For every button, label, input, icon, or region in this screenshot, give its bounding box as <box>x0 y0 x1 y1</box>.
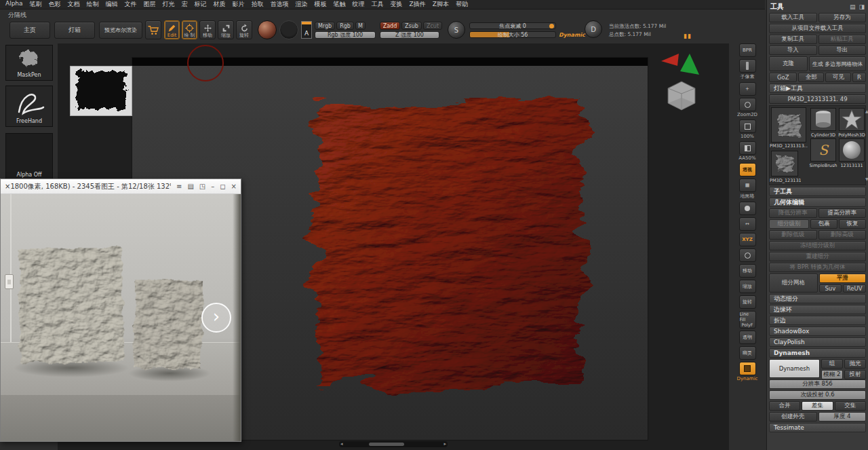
viewer-titlebar[interactable]: ×1800像素, 168KB) - 2345看图王 - 第12/18张 132%… <box>1 179 241 194</box>
preview-boolean-button[interactable]: 预览布尔渲染 <box>99 22 142 39</box>
spix-slider[interactable]: 子像素 <box>739 59 756 80</box>
reconstruct-subdiv-button[interactable]: 重建细分 <box>769 252 866 261</box>
intersection-button[interactable]: 交集 <box>835 401 866 411</box>
canvas-scrollbar[interactable]: ◂ ▸ <box>339 441 448 447</box>
simplebrush-thumbnail[interactable]: S <box>810 138 836 162</box>
scroll-document-button[interactable]: + <box>739 82 756 96</box>
rotate-button[interactable]: 旋转 <box>236 20 252 39</box>
menu-item[interactable]: 笔刷 <box>30 0 42 9</box>
dynamesh-section[interactable]: Dynamesh <box>769 348 866 358</box>
rotate-mode-button[interactable]: 旋转 <box>739 295 756 309</box>
menu-item[interactable]: 变换 <box>391 0 403 9</box>
dynamic-mode-label[interactable]: Dynamic <box>559 32 585 38</box>
menu-item[interactable]: Z脚本 <box>433 0 449 9</box>
polyframe-button[interactable]: Line FillPolyF <box>739 311 756 329</box>
save-as-button[interactable]: 另存为 <box>818 13 867 22</box>
paste-tool-button[interactable]: 粘贴工具 <box>818 35 867 44</box>
mrgb-button[interactable]: Mrgb <box>315 22 335 30</box>
convert-bpr-button[interactable]: 将 BPR 转换为几何体 <box>769 263 866 272</box>
local-transform-toggle[interactable] <box>739 202 756 215</box>
zoom2d-button[interactable]: Zoom2D <box>737 98 757 117</box>
minimize-button[interactable]: – <box>211 179 214 194</box>
ghost-toggle[interactable]: 幽灵 <box>739 346 756 360</box>
active-tool-thumbnail[interactable] <box>771 107 806 143</box>
menu-item[interactable]: 模板 <box>315 0 327 9</box>
menu-item[interactable]: 渲染 <box>296 0 308 9</box>
menu-item[interactable]: 笔触 <box>334 0 346 9</box>
dynamic-perspective-button[interactable]: Dynamic <box>737 362 758 381</box>
dynamic-size-button[interactable]: D <box>585 20 602 38</box>
alpha-off-slot[interactable]: Alpha Off <box>5 133 53 181</box>
claypolish-section[interactable]: ClayPolish <box>769 337 866 347</box>
aahalf-button[interactable]: AA50% <box>738 141 755 161</box>
export-button[interactable]: 导出 <box>818 45 867 55</box>
menu-item[interactable]: 灯光 <box>163 0 175 9</box>
dynamesh-group-button[interactable]: 组 <box>821 359 843 369</box>
tool-palette-header[interactable]: 工具 ▤ ◨ <box>769 1 866 12</box>
floor-grid-toggle[interactable]: ▦地面格 <box>739 179 756 200</box>
close-button[interactable]: × <box>231 179 237 194</box>
actual-size-button[interactable]: 100% <box>739 119 756 139</box>
stroke-thumbnail[interactable] <box>279 20 298 39</box>
pause-icon[interactable]: ▮▮ <box>684 33 692 39</box>
menu-item[interactable]: 宏 <box>182 0 188 9</box>
restore-button[interactable]: 恢复 <box>839 219 866 229</box>
cylinder3d-thumbnail[interactable] <box>810 108 836 131</box>
menu-item[interactable]: Alpha <box>5 0 23 9</box>
rgb-intensity-slider[interactable]: Rgb 强度 100 <box>315 31 376 39</box>
shadowbox-section[interactable]: ShadowBox <box>769 326 866 336</box>
zadd-button[interactable]: Zadd <box>380 22 400 30</box>
lightbox-button[interactable]: 灯箱 <box>54 22 95 39</box>
thumbs-scroll-down-icon[interactable]: ▼ <box>865 176 868 181</box>
move-button[interactable]: 移动 <box>199 20 216 39</box>
goz-r-button[interactable]: R <box>852 73 866 82</box>
menu-item[interactable]: 工具 <box>372 0 384 9</box>
dynamic-subdiv-section[interactable]: 动态细分 <box>769 294 866 303</box>
clone-button[interactable]: 克隆 <box>769 56 808 71</box>
create-shell-button[interactable]: 创建外壳 <box>769 412 817 421</box>
next-image-button[interactable]: › <box>201 303 231 333</box>
difference-button[interactable]: 差集 <box>802 401 833 411</box>
resolution-slider[interactable]: 分辨率 856 <box>769 379 866 389</box>
scrollbar-thumb[interactable] <box>369 443 404 446</box>
cage-button[interactable]: 包裹 <box>810 219 837 229</box>
polymesh3d-thumbnail[interactable] <box>839 108 865 131</box>
panel-doc-icon[interactable]: ▤ <box>850 3 856 10</box>
higher-res-button[interactable]: 提高分辨率 <box>818 208 867 218</box>
previous-tool-thumbnail[interactable] <box>771 151 798 176</box>
perspective-toggle[interactable]: 透视 <box>739 163 756 176</box>
scroll-left-icon[interactable]: ◂ <box>340 441 343 447</box>
sphere3d-thumbnail[interactable] <box>839 138 865 162</box>
tessimate-section[interactable]: Tessimate <box>769 423 866 432</box>
reuv-button[interactable]: ReUV <box>843 284 866 293</box>
goz-visible-button[interactable]: 可见 <box>825 73 851 82</box>
edit-button[interactable]: Edit <box>164 20 180 39</box>
dynamesh-button[interactable]: Dynamesh <box>769 359 820 378</box>
menu-item[interactable]: 材质 <box>214 0 226 9</box>
z-intensity-slider[interactable]: Z 强度 100 <box>380 31 439 39</box>
menu-item[interactable]: 首选项 <box>271 0 289 9</box>
menu-item[interactable]: 色彩 <box>49 0 61 9</box>
copy-tool-button[interactable]: 复制工具 <box>769 35 817 44</box>
xyz-constraint-button[interactable]: XYZ <box>739 233 756 246</box>
thickness-slider[interactable]: 厚度 4 <box>818 412 867 421</box>
rgb-button[interactable]: Rgb <box>336 22 354 30</box>
pivot-button[interactable] <box>739 248 756 262</box>
import-button[interactable]: 导入 <box>769 45 817 55</box>
sculpted-mesh[interactable] <box>271 77 624 419</box>
goz-button[interactable]: GoZ <box>769 73 797 82</box>
goz-all-button[interactable]: 全部 <box>798 73 824 82</box>
menu-item[interactable]: 绘制 <box>87 0 99 9</box>
freehand-stroke[interactable]: FreeHand <box>5 86 53 127</box>
slider-thumb[interactable] <box>549 24 554 29</box>
draw-size-slider[interactable]: 绘制大小 56 <box>469 31 556 38</box>
menu-item[interactable]: 纹理 <box>353 0 365 9</box>
menu-item[interactable]: 帮助 <box>456 0 468 9</box>
merge-button[interactable]: 合并 <box>769 401 800 411</box>
menu-item[interactable]: 文档 <box>68 0 80 9</box>
menu-item[interactable]: 编辑 <box>106 0 118 9</box>
dynamesh-polish-button[interactable]: 抛光 <box>844 359 866 369</box>
menu-item[interactable]: 拾取 <box>252 0 264 9</box>
focal-shift-slider[interactable]: 焦点衰减 0 <box>469 22 556 29</box>
viewer-menu-icon[interactable]: ≡ <box>176 179 182 194</box>
